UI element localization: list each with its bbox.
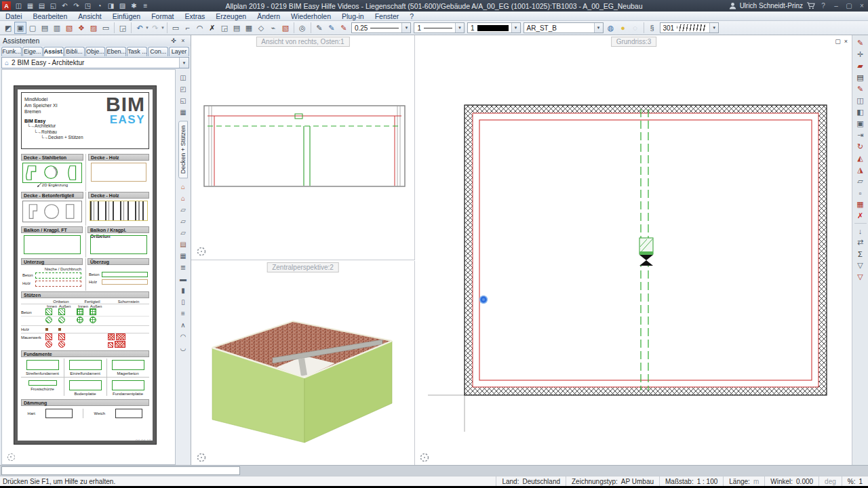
menu--ndern[interactable]: Ändern — [252, 12, 285, 20]
connect-icon[interactable]: ◫ — [14, 2, 24, 9]
arrange-icon[interactable]: ▫ — [854, 187, 867, 199]
clipboard-icon[interactable]: ◳ — [83, 2, 93, 9]
sum-icon[interactable]: Σ — [854, 248, 867, 260]
tools-icon[interactable]: ✗ — [206, 22, 218, 34]
filter-select-icon[interactable]: ▽ — [854, 271, 867, 283]
viewport-close-icon[interactable]: × — [844, 38, 848, 45]
balkon-ortbeton-symbol[interactable] — [90, 235, 147, 254]
menu-format[interactable]: Format — [146, 12, 179, 20]
decke-holz-symbol[interactable] — [91, 163, 146, 182]
palette-close-icon[interactable]: × — [178, 37, 188, 44]
point-handle[interactable] — [480, 296, 488, 304]
copy-icon[interactable]: ▣ — [854, 118, 867, 129]
palette-tab-assist[interactable]: Assist... — [43, 47, 64, 56]
palette-tab-funk[interactable]: Funk... — [1, 47, 22, 56]
close-button[interactable]: × — [857, 2, 867, 9]
status-mastab[interactable]: Maßstab:1 : 100 — [659, 476, 723, 486]
fundament-symbol-einzelfundament[interactable] — [69, 360, 102, 370]
viewport-perspective-tab[interactable]: Zentralperspektive:2 — [267, 262, 339, 272]
column-symbol[interactable] — [45, 328, 48, 331]
column-icon[interactable]: ▮ — [177, 285, 189, 296]
palette-tab-eben[interactable]: Eben... — [106, 47, 126, 56]
viewport-restore-icon[interactable]: ▢ — [835, 38, 841, 45]
hatch-style-icon[interactable]: ▤ — [854, 72, 867, 83]
move-icon[interactable]: ⇥ — [854, 129, 867, 141]
flip-icon[interactable]: ◮ — [854, 164, 867, 176]
layer-combo[interactable]: AR_ST_B ▼ — [524, 22, 604, 33]
decke-betonfertigteil-symbol[interactable] — [22, 201, 82, 222]
chimney-symbol[interactable] — [108, 342, 113, 348]
import-icon[interactable]: ▨ — [87, 22, 100, 34]
menu-datei[interactable]: Datei — [0, 12, 28, 20]
palette-tab-obje[interactable]: Obje... — [85, 47, 106, 56]
column-symbol[interactable] — [58, 308, 65, 315]
minimize-button[interactable]: – — [831, 2, 841, 9]
column-symbol[interactable] — [90, 317, 96, 323]
building-icon[interactable]: ▦ — [177, 250, 189, 262]
viewport-perspective[interactable]: Zentralperspektive:2 — [191, 261, 415, 465]
shop-cart-icon[interactable] — [806, 2, 815, 9]
dome-icon[interactable]: ◠ — [177, 331, 189, 342]
unterzug-holz-symbol[interactable] — [35, 281, 81, 287]
column-symbol[interactable] — [45, 341, 52, 348]
fundament-symbol-streifenfundament[interactable] — [26, 360, 59, 370]
open-folder-icon[interactable]: ▤ — [39, 22, 51, 34]
bulb-icon[interactable]: ● — [617, 22, 629, 34]
column-symbol[interactable] — [45, 333, 52, 340]
fundament-symbol-frostschürze[interactable] — [28, 380, 57, 386]
menu-?[interactable]: ? — [404, 12, 419, 20]
fundament-symbol-bodenplatte[interactable] — [69, 380, 102, 390]
user-icon[interactable] — [729, 2, 736, 9]
save-icon[interactable]: ▥ — [51, 22, 63, 34]
status-zeichnungstyp[interactable]: Zeichnungstyp:AP Umbau — [566, 476, 659, 486]
palette-tab-layer[interactable]: Layer — [169, 47, 189, 56]
redo-caret[interactable]: ▼ — [161, 26, 165, 30]
fundament-symbol-fundamentplatte[interactable] — [112, 380, 144, 390]
align-icon[interactable]: ◫ — [854, 95, 867, 106]
view-screen-icon[interactable]: ◲ — [218, 22, 231, 34]
menu-plug-in[interactable]: Plug-in — [336, 12, 370, 20]
assistant-page-tab[interactable]: Decken + Stützen — [178, 121, 188, 178]
status-deg[interactable]: deg — [818, 476, 842, 486]
layer-ghost-icon[interactable]: ◌ — [629, 22, 642, 34]
roof-frame-icon[interactable]: ∧ — [177, 319, 189, 331]
palette-tab-bibli[interactable]: Bibli... — [64, 47, 85, 56]
measure-icon[interactable]: ⌐ — [182, 22, 194, 34]
undo-icon[interactable]: ↶ — [60, 2, 70, 9]
decke-stahlbeton-symbol[interactable] — [22, 163, 82, 183]
column-symbol[interactable] — [90, 308, 96, 315]
view-box-open-icon[interactable]: ◰ — [177, 83, 189, 95]
screenshot-icon[interactable]: ◲ — [117, 22, 129, 34]
status-lnge[interactable]: Länge:m — [723, 476, 764, 486]
balkon-ft-symbol[interactable] — [24, 235, 81, 254]
undo-icon[interactable]: ↶ — [134, 22, 146, 34]
surface-pattern-combo[interactable]: 301 ▼ — [660, 22, 719, 33]
daemmung-weich-symbol[interactable] — [115, 409, 142, 418]
viewport-plan-tab[interactable]: Grundriss:3 — [611, 37, 657, 47]
zoom-help-icon[interactable]: ◎ — [296, 22, 309, 34]
menu-fenster[interactable]: Fenster — [370, 12, 405, 20]
decke-holz2-symbol[interactable] — [90, 201, 148, 221]
chimney-symbol[interactable] — [115, 341, 125, 348]
draft-pencil-icon[interactable]: ✎ — [854, 37, 867, 49]
line-color-combo[interactable]: 1 ▼ — [467, 22, 521, 33]
user-name[interactable]: Ulrich Schneidt-Prinz — [740, 2, 803, 9]
line-style-combo[interactable]: 1 ▼ — [414, 22, 465, 33]
wall-icon[interactable]: ▤ — [177, 239, 189, 250]
column-symbol[interactable] — [77, 308, 83, 315]
menu-erzeugen[interactable]: Erzeugen — [210, 12, 252, 20]
duplicate-icon[interactable]: ▱ — [854, 176, 867, 187]
layer-select-icon[interactable]: ◍ — [605, 22, 617, 34]
allplan-logo-icon[interactable]: A — [2, 1, 11, 10]
pin-icon[interactable]: ✜ — [169, 37, 178, 44]
ueberzug-holz-symbol[interactable] — [102, 279, 148, 285]
protractor-icon[interactable]: ◠ — [194, 22, 206, 34]
viewport-elevation-tab[interactable]: Ansicht von rechts, Osten:1 — [256, 37, 349, 47]
redo-icon[interactable]: ↷ — [71, 2, 81, 9]
palette-tab-eige[interactable]: Eige... — [22, 47, 43, 56]
roof-covering-icon[interactable]: ⌂ — [177, 192, 189, 204]
mirror-icon[interactable]: ◧ — [854, 106, 867, 118]
save-icon[interactable]: ▤ — [37, 2, 47, 9]
pen-width-combo[interactable]: 0.25 ▼ — [351, 22, 411, 33]
open-target-icon[interactable]: ▣ — [14, 22, 26, 34]
